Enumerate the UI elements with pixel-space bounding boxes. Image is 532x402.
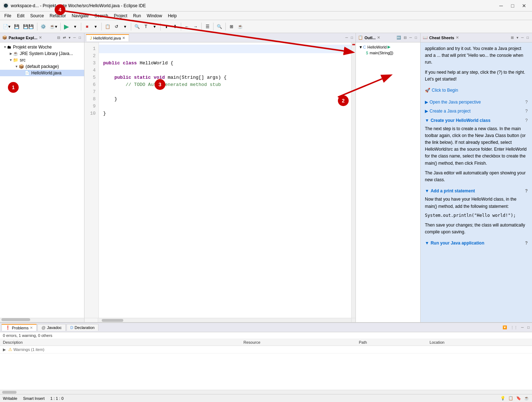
cheat-create-body: The next step is to create a new class. …: [425, 125, 528, 167]
back-button[interactable]: ←: [183, 22, 191, 31]
cheat-maximize-btn[interactable]: □: [526, 35, 530, 40]
tab-close-helloworldjava[interactable]: ✕: [122, 36, 125, 40]
run-button[interactable]: ▶: [63, 22, 70, 31]
refresh-button[interactable]: ↺: [113, 22, 120, 31]
outline-maximize-btn[interactable]: □: [414, 35, 418, 40]
cheat-expand-btn[interactable]: ⊞: [510, 35, 515, 40]
menu-edit[interactable]: Edit: [14, 13, 27, 19]
col-location[interactable]: Location: [427, 339, 532, 346]
cheat-link-createclass[interactable]: ▼ Create your HelloWorld class ?: [425, 117, 528, 124]
problems-maximize-btn[interactable]: □: [526, 325, 531, 330]
bottom-tab-problems[interactable]: ❗ Problems ✕: [1, 324, 37, 331]
outline-minimize-btn[interactable]: ─: [408, 35, 413, 40]
tree-label-src: src: [20, 58, 26, 63]
code-content[interactable]: public class HelloWorld { public static …: [99, 42, 351, 318]
expand-warnings[interactable]: ▶: [3, 347, 6, 352]
menu-run[interactable]: Run: [130, 13, 144, 19]
tree-label-default-pkg: (default package): [26, 64, 59, 69]
maximize-button[interactable]: □: [508, 2, 518, 10]
expand-jre[interactable]: ▶: [9, 52, 13, 55]
bottom-tab-javadoc[interactable]: @ Javadoc: [37, 324, 65, 331]
save-button[interactable]: 💾: [13, 22, 21, 31]
cheat-help-icon-5[interactable]: ?: [525, 240, 528, 247]
problems-minimize-btn[interactable]: ─: [520, 325, 525, 330]
menu-project[interactable]: Project: [111, 13, 130, 19]
problems-view-menu-btn[interactable]: ⋮⋮: [509, 325, 519, 330]
outline-tree: ▼ C HelloWorld ▶ $ main(String[]): [356, 42, 420, 57]
menu-help[interactable]: Help: [165, 13, 180, 19]
cheat-help-icon-2[interactable]: ?: [525, 108, 528, 115]
tree-item-default-pkg[interactable]: ▼ 📦 (default package): [0, 63, 84, 70]
stop-button[interactable]: ■: [83, 22, 91, 31]
perspective-button[interactable]: ☰: [203, 22, 211, 31]
settings-button[interactable]: ⚙️: [39, 22, 47, 31]
refresh-dropdown[interactable]: ▾: [121, 22, 129, 31]
link-editor-button[interactable]: ⇄: [62, 35, 67, 40]
run-dropdown[interactable]: ▾: [71, 22, 79, 31]
cheat-run-title[interactable]: ▼ Run your Java application ?: [425, 240, 528, 247]
col-description[interactable]: Description: [0, 339, 240, 346]
cheat-minimize-btn[interactable]: ─: [520, 35, 525, 40]
collapse-all-button[interactable]: ⊟: [56, 35, 61, 40]
forward-button[interactable]: →: [192, 22, 200, 31]
open-task-button[interactable]: 📋: [104, 22, 112, 31]
cheat-tab-marker: ✕: [456, 36, 459, 40]
menu-bar: File Edit Source Refactor Navigate Searc…: [0, 12, 532, 20]
bottom-tab-declaration[interactable]: D Declaration: [66, 324, 99, 331]
new-java-button[interactable]: ☕▾: [48, 22, 59, 31]
cheat-add-print-title[interactable]: ▼ Add a print statement ?: [425, 188, 528, 195]
editor-hscroll[interactable]: [98, 318, 351, 322]
open-type-button[interactable]: T: [142, 22, 150, 31]
tree-item-helloworldjava[interactable]: ▶ 📄 HelloWorld.java: [0, 70, 84, 76]
bottom-hscroll[interactable]: [0, 390, 532, 394]
menu-window[interactable]: Window: [144, 13, 165, 19]
outline-item-main[interactable]: $ main(String[]): [357, 50, 419, 56]
perspectives-btn[interactable]: ⊞: [228, 22, 235, 31]
tree-item-jre[interactable]: ▶ ☕ JRE System Library [Java...: [0, 50, 84, 57]
col-path[interactable]: Path: [356, 339, 427, 346]
tree-item-src[interactable]: ▼ 📁 src: [0, 57, 84, 63]
menu-search[interactable]: Search: [92, 13, 111, 19]
package-hscroll[interactable]: [0, 318, 84, 322]
search-input-btn[interactable]: 🔍: [215, 22, 224, 31]
menu-source[interactable]: Source: [27, 13, 47, 19]
editor-maximize-btn[interactable]: □: [350, 35, 354, 40]
expand-project[interactable]: ▼: [3, 45, 7, 49]
open-resource-button[interactable]: ▾: [151, 22, 159, 31]
editor-minimize-btn[interactable]: ─: [344, 35, 349, 40]
outline-hide-fields-btn[interactable]: ⊟: [403, 35, 408, 40]
outline-item-helloworld[interactable]: ▼ C HelloWorld ▶: [357, 44, 419, 50]
java-perspective[interactable]: ☕: [236, 22, 244, 31]
minimize-button[interactable]: ─: [496, 2, 506, 10]
menu-navigate[interactable]: Navigate: [69, 13, 91, 19]
cheat-menu-btn[interactable]: ▾: [515, 35, 519, 40]
col-resource[interactable]: Resource: [240, 339, 356, 346]
cheat-link-perspective[interactable]: ▶ Open the Java perspective ?: [425, 99, 528, 106]
click-to-begin-button[interactable]: 🚀 Click to Begin: [425, 87, 458, 94]
problems-filter-btn[interactable]: 🔽: [501, 325, 508, 330]
view-menu-button[interactable]: ▾: [68, 35, 72, 40]
menu-file[interactable]: File: [1, 13, 14, 19]
cheat-help-icon-3[interactable]: ?: [525, 117, 528, 124]
title-bar: 🌑 workspace-d... - Projekt erste Woche/s…: [0, 0, 532, 12]
search-button[interactable]: 🔍: [133, 22, 141, 31]
outline-icon-class: C: [363, 45, 366, 49]
cheat-help-icon-1[interactable]: ?: [525, 99, 528, 106]
close-button[interactable]: ✕: [519, 2, 529, 10]
expand-src[interactable]: ▼: [9, 58, 13, 62]
new-button[interactable]: 📄▾: [1, 22, 12, 31]
prev-annotation[interactable]: ⬆: [162, 22, 170, 31]
stop-dropdown[interactable]: ▾: [92, 22, 100, 31]
problems-close-icon[interactable]: ✕: [30, 326, 33, 330]
cheat-help-icon-4[interactable]: ?: [525, 188, 528, 195]
next-annotation[interactable]: ⬇: [171, 22, 179, 31]
maximize-panel-button[interactable]: □: [78, 35, 82, 40]
tree-item-project[interactable]: ▼ 🖿 Projekt erste Woche: [0, 44, 84, 50]
menu-refactor[interactable]: Refactor: [47, 13, 69, 19]
cheat-link-project[interactable]: ▶ Create a Java project ?: [425, 108, 528, 115]
expand-default-pkg[interactable]: ▼: [14, 65, 19, 68]
outline-sort-btn[interactable]: 🔤: [395, 35, 402, 40]
minimize-panel-button[interactable]: ─: [72, 35, 77, 40]
save-all-button[interactable]: 💾💾: [22, 22, 35, 31]
editor-tab-helloworldjava[interactable]: J HelloWorld.java ✕: [86, 34, 129, 41]
